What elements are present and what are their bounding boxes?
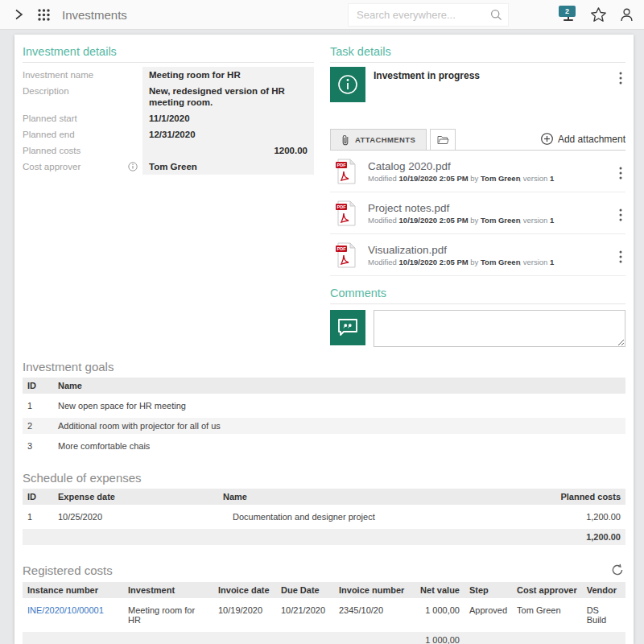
col-header-step[interactable]: Step bbox=[464, 582, 512, 598]
attachment-row[interactable]: PDF Catalog 2020.pdf Modified 10/19/2020… bbox=[330, 151, 625, 192]
comment-input[interactable] bbox=[374, 310, 625, 347]
col-header-planned-costs[interactable]: Planned costs bbox=[521, 489, 625, 505]
task-row: Investment in progress bbox=[330, 67, 625, 102]
col-header-invoice-number[interactable]: Invoice number bbox=[334, 582, 413, 598]
attachment-info: Catalog 2020.pdf Modified 10/19/2020 2:0… bbox=[368, 160, 616, 183]
svg-text:PDF: PDF bbox=[336, 163, 346, 167]
svg-text:PDF: PDF bbox=[336, 246, 346, 251]
attachment-info: Project notes.pdf Modified 10/19/2020 2:… bbox=[368, 202, 616, 225]
app-grid-icon[interactable] bbox=[37, 8, 51, 22]
table-summary-row: 1 000,00 bbox=[23, 632, 625, 644]
svg-text:PDF: PDF bbox=[336, 204, 346, 209]
table-row[interactable]: 2Additional room with projector for all … bbox=[23, 418, 625, 434]
table-row[interactable]: 1New open space for HR meeting bbox=[23, 398, 625, 414]
investment-goals-section: Investment goals ID Name 1New open space… bbox=[23, 360, 625, 458]
page-title: Investments bbox=[62, 8, 127, 22]
col-header-vendor[interactable]: Vendor bbox=[582, 582, 625, 598]
comment-bubble-icon bbox=[330, 310, 365, 345]
schedule-of-expenses-table: ID Expense date Name Planned costs 1 10/… bbox=[23, 485, 625, 549]
task-status-text: Investment in progress bbox=[374, 70, 616, 81]
attachment-row[interactable]: PDF Project notes.pdf Modified 10/19/202… bbox=[330, 192, 625, 234]
attachment-menu-icon[interactable] bbox=[616, 165, 625, 181]
col-header-id[interactable]: ID bbox=[23, 489, 53, 505]
schedule-of-expenses-title: Schedule of expenses bbox=[23, 471, 625, 485]
field-cost-approver: Cost approver Tom Green bbox=[23, 159, 314, 175]
instance-number-link[interactable]: INE/2020/10/00001 bbox=[27, 605, 104, 615]
field-planned-start: Planned start 11/1/2020 bbox=[23, 110, 314, 126]
info-icon[interactable] bbox=[128, 162, 138, 171]
field-value: New, redesigned version of HR meeting ro… bbox=[142, 83, 314, 110]
investment-goals-title: Investment goals bbox=[23, 360, 625, 374]
registered-costs-title: Registered costs bbox=[23, 564, 113, 577]
col-header-id[interactable]: ID bbox=[23, 378, 53, 394]
pdf-file-icon: PDF bbox=[335, 200, 357, 226]
field-value: 11/1/2020 bbox=[142, 110, 314, 126]
add-attachment-label: Add attachment bbox=[558, 134, 625, 145]
task-menu-icon[interactable] bbox=[616, 70, 625, 86]
folder-icon bbox=[437, 135, 449, 145]
tab-attachments[interactable]: ATTACHMENTS bbox=[330, 129, 427, 150]
table-row[interactable]: 3More comfortable chais bbox=[23, 438, 625, 454]
attachment-name[interactable]: Visualization.pdf bbox=[368, 244, 616, 256]
investment-goals-table: ID Name 1New open space for HR meeting 2… bbox=[23, 374, 625, 458]
attachment-info: Visualization.pdf Modified 10/19/2020 2:… bbox=[368, 244, 616, 266]
refresh-icon[interactable] bbox=[609, 562, 625, 578]
col-header-instance-number[interactable]: Instance number bbox=[23, 582, 123, 598]
field-investment-name: Investment name Meeting room for HR bbox=[23, 67, 314, 83]
table-row[interactable]: 1 10/25/2020 Documentation and designer … bbox=[23, 509, 625, 525]
notification-badge: 2 bbox=[559, 6, 576, 17]
attachment-menu-icon[interactable] bbox=[616, 207, 625, 223]
investment-details-panel: Investment details Investment name Meeti… bbox=[23, 38, 314, 347]
field-label: Investment name bbox=[23, 69, 93, 80]
col-header-name[interactable]: Name bbox=[218, 489, 521, 505]
field-label: Description bbox=[23, 85, 69, 97]
table-header-row: ID Expense date Name Planned costs bbox=[23, 489, 625, 505]
table-summary-row: 1,200.00 bbox=[23, 529, 625, 545]
col-header-invoice-date[interactable]: Invoice date bbox=[213, 582, 276, 598]
search-icon[interactable] bbox=[490, 9, 502, 21]
field-description: Description New, redesigned version of H… bbox=[23, 83, 314, 110]
tab-attachment-folders[interactable] bbox=[430, 129, 456, 150]
comments-title: Comments bbox=[330, 279, 625, 304]
attachment-meta: Modified 10/19/2020 2:05 PM by Tom Green… bbox=[368, 174, 616, 183]
table-row[interactable]: INE/2020/10/00001 Meeting room for HR 10… bbox=[23, 602, 625, 628]
comments-row bbox=[330, 310, 625, 347]
col-header-investment[interactable]: Investment bbox=[123, 582, 213, 598]
pdf-file-icon: PDF bbox=[335, 159, 357, 184]
search-input[interactable] bbox=[348, 3, 509, 27]
favorites-star-icon[interactable] bbox=[590, 6, 607, 23]
attachment-menu-icon[interactable] bbox=[616, 249, 625, 265]
user-profile-icon[interactable] bbox=[619, 7, 634, 23]
top-bar: Investments 2 bbox=[0, 0, 644, 30]
field-planned-end: Planned end 12/31/2020 bbox=[23, 126, 314, 142]
field-label: Planned start bbox=[23, 113, 77, 124]
attachment-name[interactable]: Project notes.pdf bbox=[368, 202, 616, 214]
table-header-row: ID Name bbox=[23, 378, 625, 394]
pdf-file-icon: PDF bbox=[335, 242, 357, 268]
attachment-meta: Modified 10/19/2020 2:05 PM by Tom Green… bbox=[368, 216, 616, 225]
attachment-meta: Modified 10/19/2020 2:05 PM by Tom Green… bbox=[368, 258, 616, 266]
col-header-due-date[interactable]: Due Date bbox=[276, 582, 334, 598]
search-box bbox=[348, 3, 509, 27]
col-header-net-value[interactable]: Net value bbox=[413, 582, 464, 598]
task-details-panel: Task details Investment in progress ATTA… bbox=[330, 38, 625, 347]
attachment-row[interactable]: PDF Visualization.pdf Modified 10/19/202… bbox=[330, 234, 625, 276]
tab-attachments-label: ATTACHMENTS bbox=[355, 135, 415, 144]
attachments-tabs: ATTACHMENTS Add attachment bbox=[330, 129, 625, 151]
field-label: Planned end bbox=[23, 129, 75, 140]
col-header-name[interactable]: Name bbox=[53, 378, 625, 394]
col-header-expense-date[interactable]: Expense date bbox=[53, 489, 218, 505]
expand-menu-icon[interactable] bbox=[11, 7, 26, 22]
paperclip-icon bbox=[341, 134, 349, 146]
investment-details-title: Investment details bbox=[23, 38, 314, 63]
notifications-icon[interactable]: 2 bbox=[559, 6, 578, 23]
col-header-cost-approver[interactable]: Cost approver bbox=[512, 582, 582, 598]
attachment-name[interactable]: Catalog 2020.pdf bbox=[368, 160, 616, 172]
field-value: Meeting room for HR bbox=[142, 67, 314, 83]
add-attachment-button[interactable]: Add attachment bbox=[541, 133, 625, 150]
topbar-icons: 2 bbox=[559, 6, 634, 23]
content-card: Investment details Investment name Meeti… bbox=[14, 35, 634, 644]
expenses-total: 1,200.00 bbox=[521, 529, 625, 545]
field-label: Planned costs bbox=[23, 145, 80, 156]
registered-total: 1 000,00 bbox=[413, 632, 464, 644]
